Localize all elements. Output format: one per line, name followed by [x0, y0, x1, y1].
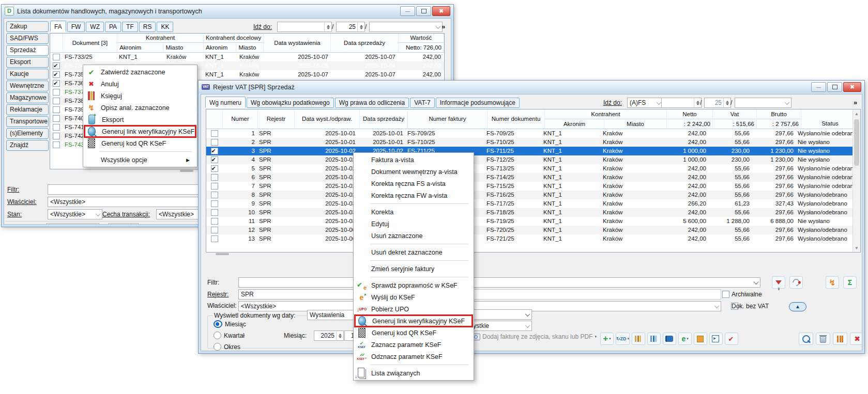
- vat-table-row[interactable]: 13 SPR 2025-10-06 2025-10-06 FS-721/25 F…: [206, 234, 860, 243]
- context-menu-item[interactable]: Korekta: [355, 206, 473, 218]
- goto-pagesize-spinner[interactable]: 25: [704, 98, 731, 108]
- sidebar-item[interactable]: Eksport: [6, 57, 49, 68]
- goto-combo[interactable]: [735, 98, 791, 108]
- row-checkbox[interactable]: [53, 54, 60, 60]
- date-range-radio[interactable]: Miesiąc: [214, 320, 246, 328]
- context-menu-item[interactable]: Generuj kod QR KSeF: [355, 327, 473, 339]
- toolbar-button[interactable]: [647, 333, 661, 345]
- context-menu-item[interactable]: [355, 201, 473, 206]
- toolbar-button[interactable]: [725, 333, 738, 345]
- row-checkbox[interactable]: [211, 148, 218, 154]
- sidebar-item[interactable]: Sprzedaż: [6, 45, 49, 56]
- context-menu-item[interactable]: Korekta ręczna FS a-vista: [355, 178, 473, 190]
- context-menu-item[interactable]: Generuj link weryfikacyjny KSeF: [84, 125, 196, 137]
- vat-table-row[interactable]: 5 SPR 2025-10-02 2025-10-02 FS-713/25 FS…: [206, 164, 860, 173]
- vat-table-row[interactable]: 9 SPR 2025-10-03 2025-10-03 FS-717/25 FS…: [206, 199, 860, 208]
- context-menu-item[interactable]: Usuń dekret zaznaczone: [355, 246, 473, 258]
- vat-table-row[interactable]: 1 SPR 2025-10-01 2025-10-01 FS-709/25 FS…: [206, 129, 860, 138]
- row-checkbox[interactable]: [53, 124, 60, 131]
- context-menu-item[interactable]: [355, 363, 473, 367]
- row-checkbox[interactable]: [211, 192, 218, 198]
- analysis-toolbar-button[interactable]: [843, 276, 857, 289]
- row-checkbox[interactable]: [211, 183, 218, 190]
- context-menu-item[interactable]: Generuj kod QR KSeF: [84, 137, 196, 149]
- context-menu-item[interactable]: Lista związanych: [355, 367, 473, 379]
- row-checkbox[interactable]: [53, 98, 60, 104]
- document-type-tab[interactable]: FA: [50, 21, 66, 32]
- context-menu-item[interactable]: Edytuj: [355, 218, 473, 230]
- context-menu-item[interactable]: [355, 242, 473, 246]
- toolbar-button[interactable]: [663, 333, 676, 345]
- row-checkbox[interactable]: [211, 209, 218, 216]
- goto-type-combo[interactable]: (A)FS: [627, 98, 663, 108]
- month-combo[interactable]: Październik: [47, 223, 99, 225]
- sidebar-item[interactable]: Reklamacje: [6, 104, 49, 115]
- row-checkbox[interactable]: [53, 89, 60, 96]
- toolbar-button[interactable]: [694, 333, 707, 345]
- minimize-button[interactable]: —: [400, 6, 415, 16]
- goto-number-spinner[interactable]: [277, 22, 332, 32]
- row-checkbox[interactable]: [211, 200, 218, 207]
- context-menu-item[interactable]: Korekta ręczna FW a-vista: [355, 190, 473, 201]
- ocr-dropdown-icon[interactable]: ▾: [595, 335, 597, 339]
- document-type-tab[interactable]: KK: [157, 22, 173, 32]
- vertical-scrollbar[interactable]: ▲▼: [852, 110, 860, 251]
- filtr-input[interactable]: [238, 277, 760, 288]
- row-checkbox[interactable]: [53, 141, 60, 148]
- toolbar-action-button[interactable]: [850, 333, 862, 345]
- sidebar-item[interactable]: SAD/FWS: [6, 33, 49, 44]
- more-columns-button[interactable]: »: [441, 23, 444, 30]
- context-menu-item[interactable]: [84, 149, 196, 154]
- documents-table-header[interactable]: Dokument [3] Kontrahent Akronim Miasto K…: [50, 34, 444, 53]
- row-checkbox[interactable]: [211, 165, 218, 172]
- toolbar-action-button[interactable]: [799, 333, 813, 345]
- sidebar-item[interactable]: (s)Elementy: [6, 128, 49, 139]
- maximize-button[interactable]: [827, 82, 842, 92]
- archiwalne-checkbox[interactable]: [722, 291, 729, 298]
- document-type-tab[interactable]: PA: [105, 22, 121, 32]
- analysis-toolbar-button[interactable]: [826, 276, 839, 289]
- date-range-radio[interactable]: Okres: [214, 343, 246, 351]
- vat-register-tab[interactable]: Informacje podsumowujące: [436, 98, 520, 108]
- stan-combo[interactable]: <Wszystkie>: [48, 209, 102, 219]
- context-menu-item[interactable]: Dokument wewnętrzny a-vista: [355, 166, 473, 178]
- vat-table-row[interactable]: 10 SPR 2025-10-03 2025-10-03 FS-718/25 F…: [206, 208, 860, 217]
- toolbar-action-button[interactable]: [833, 333, 847, 345]
- context-menu-item[interactable]: Pobierz UPO: [355, 303, 473, 315]
- row-checkbox[interactable]: [211, 174, 218, 181]
- goto-combo[interactable]: [369, 22, 443, 32]
- row-checkbox[interactable]: [53, 62, 60, 69]
- row-checkbox[interactable]: [211, 130, 218, 137]
- vat-table-row[interactable]: 8 SPR 2025-10-02 2025-10-02 FS-716/25 FS…: [206, 191, 860, 199]
- filter-toolbar-button[interactable]: [772, 276, 785, 289]
- context-menu-item[interactable]: Wszystkie opcje ▶: [84, 154, 196, 166]
- minimize-button[interactable]: —: [811, 82, 826, 92]
- more-columns-button[interactable]: »: [854, 99, 856, 106]
- vat-register-tab[interactable]: Wg obowiązku podatkowego: [247, 98, 334, 108]
- toolbar-button[interactable]: [709, 333, 723, 345]
- vat-table-row[interactable]: 12 SPR 2025-10-06 2025-10-06 FS-720/25 F…: [206, 226, 860, 234]
- row-checkbox[interactable]: [211, 156, 218, 163]
- row-checkbox[interactable]: [211, 139, 218, 146]
- context-menu-item[interactable]: Wyślij do KSeF: [355, 291, 473, 303]
- table-row[interactable]: FS-733/25 KNT_1 Kraków KNT_1 Kraków 2025…: [50, 53, 444, 61]
- context-menu-item[interactable]: [355, 275, 473, 279]
- close-button[interactable]: ✖: [843, 82, 861, 92]
- context-menu-item[interactable]: Zmień seryjnie faktury: [355, 263, 473, 275]
- ocr-add-invoice-button[interactable]: Dodaj fakturę ze zdjęcia, skanu lub PDF …: [472, 333, 597, 340]
- context-menu-item[interactable]: Eksport: [84, 114, 196, 125]
- row-checkbox[interactable]: [53, 71, 60, 78]
- document-type-tab[interactable]: FW: [67, 22, 85, 32]
- sidebar-item[interactable]: Kaucje: [6, 69, 49, 80]
- context-menu-item[interactable]: Sprawdź poprawność w KSeF: [355, 279, 473, 291]
- context-menu-item[interactable]: [355, 258, 473, 263]
- vat-table-row[interactable]: 7 SPR 2025-10-02 2025-10-02 FS-715/25 FS…: [206, 182, 860, 191]
- year-spinner[interactable]: 2025: [314, 330, 344, 341]
- context-menu-item[interactable]: Anuluj: [84, 78, 196, 90]
- vat-register-tab[interactable]: Wg numeru: [205, 97, 246, 108]
- year-spinner[interactable]: 2025: [109, 223, 139, 225]
- vat-table-header[interactable]: Numer Rejestr Data wyst./odpraw. Data sp…: [206, 109, 860, 129]
- context-menu-item[interactable]: Faktura a-vista: [355, 154, 473, 166]
- row-checkbox[interactable]: [211, 235, 218, 242]
- document-type-tab[interactable]: RS: [139, 22, 156, 32]
